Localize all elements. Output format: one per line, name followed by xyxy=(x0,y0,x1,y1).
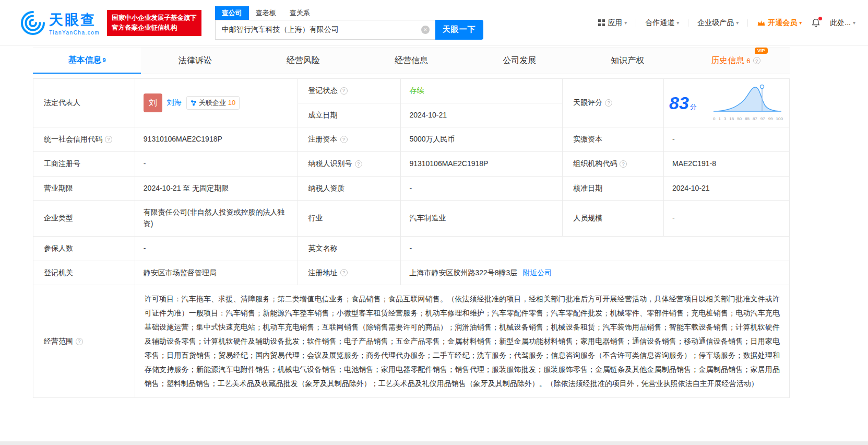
brand-name: 天眼查 xyxy=(49,10,100,29)
related-companies-badge[interactable]: 关联企业 10 xyxy=(186,96,240,110)
tianyancha-logo-icon xyxy=(21,11,45,35)
legal-rep-value-cell: 刘 刘海 关联企业 10 xyxy=(135,79,298,127)
paid-capital-label-cell: 实缴资本 xyxy=(563,127,664,152)
nearby-companies-link[interactable]: 附近公司 xyxy=(522,267,552,279)
tab-company-development[interactable]: 公司发展 xyxy=(466,48,574,74)
taxpayer-qual-label-cell: 纳税人资质 xyxy=(298,176,401,201)
help-icon[interactable]: ? xyxy=(753,57,760,64)
related-companies-count: 10 xyxy=(228,98,235,108)
score-label-cell: 天眼评分 ? xyxy=(563,79,664,127)
tab-label: 公司发展 xyxy=(503,55,536,66)
score-axis-labels: 013155085879799100 xyxy=(712,116,784,122)
business-scope-value: 许可项目：汽车拖车、求援、清障服务；第二类增值电信业务；食品销售；食品互联网销售… xyxy=(135,285,789,398)
score-distribution-chart: 013155085879799100 xyxy=(712,84,784,123)
credit-code-label: 统一社会信用代码 xyxy=(44,134,102,145)
tab-intellectual-property[interactable]: 知识产权 xyxy=(574,48,682,74)
reg-authority-label-cell: 登记机关 xyxy=(33,261,135,285)
tab-operational-risk[interactable]: 经营风险 xyxy=(249,48,357,74)
paid-capital-value: - xyxy=(664,127,790,152)
search-tab-company[interactable]: 查公司 xyxy=(215,6,249,20)
reg-status-value: 存续 xyxy=(409,86,424,95)
grid-icon xyxy=(598,19,605,26)
tianyancha-logo[interactable]: 天眼查 TianYanCha.com xyxy=(21,10,100,36)
biz-reg-no-label-cell: 工商注册号 xyxy=(33,152,135,177)
header-nav: 应用 ▾ 合作通道 ▾ 企业级产品 ▾ 开通会员 ▾ xyxy=(598,18,855,28)
business-scope-label: 经营范围 xyxy=(44,336,73,347)
est-date-label: 成立日期 xyxy=(308,110,338,121)
help-icon[interactable]: ? xyxy=(105,136,112,143)
taxpayer-id-label-cell: 纳税人识别号 ? xyxy=(298,152,401,177)
nav-more-label: 此处... xyxy=(830,18,851,28)
nav-apps[interactable]: 应用 ▾ xyxy=(598,18,627,28)
nav-more[interactable]: 此处... ▾ xyxy=(830,18,855,28)
nav-open-membership[interactable]: 开通会员 ▾ xyxy=(757,18,802,28)
biz-term-label-cell: 营业期限 xyxy=(33,176,135,201)
reg-address-value-cell: 上海市静安区胶州路322号8幢3层 附近公司 xyxy=(401,261,790,285)
score-label: 天眼评分 xyxy=(573,97,602,109)
score-curve xyxy=(712,84,783,113)
search-area: 查公司 查老板 查关系 ✕ 天眼一下 xyxy=(215,6,483,40)
chevron-down-icon: ▾ xyxy=(853,20,855,26)
legal-rep-name-link[interactable]: 刘海 xyxy=(167,97,182,109)
help-icon[interactable]: ? xyxy=(605,99,612,107)
taxpayer-id-value: 91310106MAE2C1918P xyxy=(401,152,563,177)
avatar[interactable]: 刘 xyxy=(144,93,162,112)
tab-history-info[interactable]: VIP 历史信息 6 ? xyxy=(682,48,790,74)
reg-capital-label-cell: 注册资本 ? xyxy=(298,127,401,152)
org-code-label: 组织机构代码 xyxy=(573,158,617,170)
help-icon[interactable]: ? xyxy=(340,269,348,276)
relation-graph-icon xyxy=(191,100,197,106)
search-tab-relation[interactable]: 查关系 xyxy=(283,6,317,20)
brand-domain: TianYanCha.com xyxy=(49,30,100,36)
reg-status-value-cell: 存续 xyxy=(401,79,563,103)
industry-label-cell: 行业 xyxy=(298,201,401,236)
divider xyxy=(688,19,688,27)
help-icon[interactable]: ? xyxy=(620,160,627,168)
industry-label: 行业 xyxy=(308,213,323,224)
tab-basic-info[interactable]: 基本信息 9 xyxy=(33,48,141,74)
chevron-down-icon: ▾ xyxy=(799,20,802,26)
next-section-edge xyxy=(0,441,868,445)
tab-label: 历史信息 xyxy=(711,55,744,66)
clear-icon[interactable]: ✕ xyxy=(421,26,430,34)
reg-status-label-cell: 登记状态 ? xyxy=(298,79,401,103)
help-icon[interactable]: ? xyxy=(340,87,348,95)
nav-enterprise[interactable]: 企业级产品 ▾ xyxy=(697,18,739,28)
tab-business-info[interactable]: 经营信息 xyxy=(357,48,465,74)
score-value-cell: 83分 013155085879799100 xyxy=(664,79,790,127)
nav-partner[interactable]: 合作通道 ▾ xyxy=(645,18,679,28)
search-input[interactable] xyxy=(215,20,435,40)
tab-label: 法律诉讼 xyxy=(179,55,212,66)
est-date-value: 2024-10-21 xyxy=(409,111,447,119)
score-unit: 分 xyxy=(690,103,697,111)
nav-member-label: 开通会员 xyxy=(768,18,797,28)
taxpayer-qual-value: - xyxy=(401,176,563,201)
certification-line1: 国家中小企业发展子基金旗下 xyxy=(112,13,197,23)
biz-reg-no-value: - xyxy=(135,152,298,177)
search-button[interactable]: 天眼一下 xyxy=(435,20,483,40)
notifications-button[interactable] xyxy=(811,18,821,28)
tab-label: 经营信息 xyxy=(395,55,428,66)
tab-legal-proceedings[interactable]: 法律诉讼 xyxy=(141,48,249,74)
staff-size-label: 人员规模 xyxy=(573,213,602,224)
reg-address-label-cell: 注册地址 ? xyxy=(298,261,401,285)
top-header: 天眼查 TianYanCha.com 国家中小企业发展子基金旗下 官方备案企业征… xyxy=(0,0,868,46)
legal-rep-label-cell: 法定代表人 xyxy=(33,79,135,127)
credit-code-value: 91310106MAE2C1918P xyxy=(135,127,298,152)
insured-count-value: - xyxy=(135,236,298,261)
reg-authority-label: 登记机关 xyxy=(44,267,73,279)
staff-size-label-cell: 人员规模 xyxy=(563,201,664,236)
english-name-label: 英文名称 xyxy=(308,243,338,254)
search-tab-boss[interactable]: 查老板 xyxy=(249,6,283,20)
chevron-down-icon: ▾ xyxy=(624,20,627,26)
biz-term-label: 营业期限 xyxy=(44,183,73,194)
company-type-label-cell: 企业类型 xyxy=(33,201,135,236)
help-icon[interactable]: ? xyxy=(76,338,83,345)
nav-partner-label: 合作通道 xyxy=(645,18,674,28)
business-scope-label-cell: 经营范围 ? xyxy=(33,285,135,398)
help-icon[interactable]: ? xyxy=(340,136,348,143)
score-number[interactable]: 83分 xyxy=(669,89,697,117)
help-icon[interactable]: ? xyxy=(355,160,362,168)
tab-count: 6 xyxy=(746,57,750,65)
est-date-label-cell: 成立日期 xyxy=(298,103,401,127)
